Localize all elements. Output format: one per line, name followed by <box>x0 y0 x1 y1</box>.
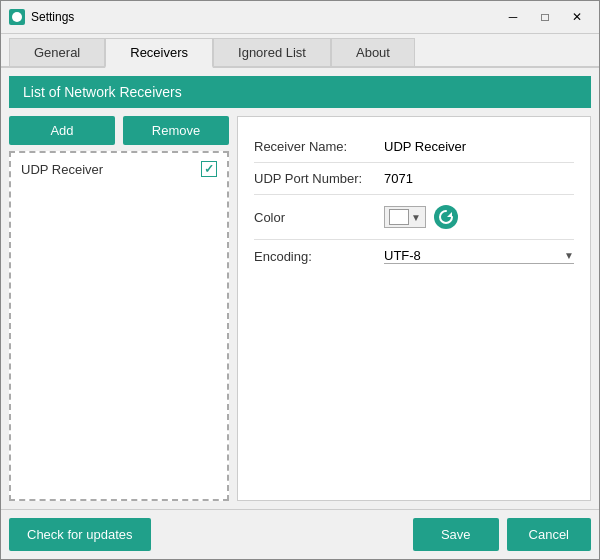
receiver-name-label: Receiver Name: <box>254 139 384 154</box>
right-panel: Receiver Name: UDP Receiver UDP Port Num… <box>237 116 591 501</box>
udp-port-label: UDP Port Number: <box>254 171 384 186</box>
receiver-name: UDP Receiver <box>21 162 103 177</box>
svg-point-0 <box>12 12 22 22</box>
encoding-dropdown-arrow-icon: ▼ <box>564 250 574 261</box>
color-controls: ▼ <box>384 203 460 231</box>
remove-button[interactable]: Remove <box>123 116 229 145</box>
receiver-checkbox[interactable]: ✓ <box>201 161 217 177</box>
checkmark-icon: ✓ <box>204 162 214 176</box>
udp-port-value[interactable]: 7071 <box>384 171 574 186</box>
reset-icon <box>433 204 459 230</box>
encoding-value: UTF-8 <box>384 248 564 263</box>
add-button[interactable]: Add <box>9 116 115 145</box>
cancel-button[interactable]: Cancel <box>507 518 591 551</box>
reset-color-button[interactable] <box>432 203 460 231</box>
window-controls: ─ □ ✕ <box>499 7 591 27</box>
action-buttons: Add Remove <box>9 116 229 145</box>
encoding-select[interactable]: UTF-8 ▼ <box>384 248 574 264</box>
color-dropdown-arrow-icon: ▼ <box>411 212 421 223</box>
maximize-button[interactable]: □ <box>531 7 559 27</box>
color-label: Color <box>254 210 384 225</box>
tab-bar: General Receivers Ignored List About <box>1 34 599 68</box>
window-title: Settings <box>31 10 493 24</box>
tab-receivers[interactable]: Receivers <box>105 38 213 68</box>
encoding-row: Encoding: UTF-8 ▼ <box>254 240 574 272</box>
minimize-button[interactable]: ─ <box>499 7 527 27</box>
encoding-label: Encoding: <box>254 249 384 264</box>
color-swatch <box>389 209 409 225</box>
receivers-list: UDP Receiver ✓ <box>9 151 229 501</box>
list-item[interactable]: UDP Receiver ✓ <box>15 157 223 181</box>
app-icon <box>9 9 25 25</box>
receiver-name-value[interactable]: UDP Receiver <box>384 139 574 154</box>
main-area: Add Remove UDP Receiver ✓ Receiver Name: <box>9 116 591 501</box>
close-button[interactable]: ✕ <box>563 7 591 27</box>
tab-general[interactable]: General <box>9 38 105 66</box>
content-area: List of Network Receivers Add Remove UDP… <box>1 68 599 509</box>
section-header: List of Network Receivers <box>9 76 591 108</box>
save-button[interactable]: Save <box>413 518 499 551</box>
svg-point-1 <box>434 205 458 229</box>
color-picker-button[interactable]: ▼ <box>384 206 426 228</box>
tab-about[interactable]: About <box>331 38 415 66</box>
check-updates-button[interactable]: Check for updates <box>9 518 151 551</box>
footer: Check for updates Save Cancel <box>1 509 599 559</box>
title-bar: Settings ─ □ ✕ <box>1 1 599 34</box>
receiver-name-row: Receiver Name: UDP Receiver <box>254 131 574 163</box>
udp-port-row: UDP Port Number: 7071 <box>254 163 574 195</box>
tab-ignored-list[interactable]: Ignored List <box>213 38 331 66</box>
settings-window: Settings ─ □ ✕ General Receivers Ignored… <box>0 0 600 560</box>
color-row: Color ▼ <box>254 195 574 240</box>
left-panel: Add Remove UDP Receiver ✓ <box>9 116 229 501</box>
